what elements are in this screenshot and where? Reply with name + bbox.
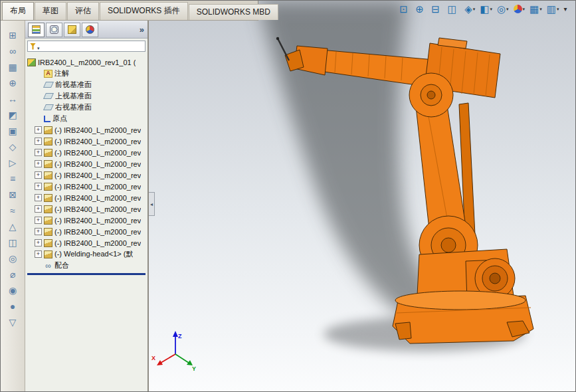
- view-tool-button[interactable]: ◈: [464, 4, 475, 14]
- assembly-tool-button[interactable]: ◎: [4, 252, 21, 265]
- tree-item-icon: [44, 149, 52, 157]
- expand-plus-icon[interactable]: [35, 250, 42, 258]
- view-tool-button[interactable]: ▾: [563, 6, 570, 13]
- assembly-tool-button[interactable]: ∞: [4, 45, 21, 58]
- chevron-down-icon[interactable]: [523, 7, 526, 11]
- expand-plus-icon[interactable]: [35, 183, 42, 190]
- chevron-down-icon[interactable]: [506, 7, 509, 11]
- command-tab[interactable]: SOLIDWORKS MBD: [189, 4, 278, 20]
- tree-item[interactable]: (-) IRB2400_L_m2000_rev: [25, 215, 147, 226]
- view-tool-button[interactable]: ⊡: [399, 4, 411, 14]
- tree-item-icon: [44, 205, 52, 213]
- tree-item-label: IRB2400_L_m2000_rev1_01 (: [38, 58, 136, 66]
- expand-plus-icon[interactable]: [35, 138, 42, 145]
- expand-plus-icon[interactable]: [35, 171, 42, 179]
- panel-tabbar: »: [25, 21, 147, 39]
- assembly-tool-button[interactable]: ⌀: [4, 268, 21, 281]
- expand-plus-icon[interactable]: [35, 194, 42, 201]
- view-tool-button[interactable]: ◫: [447, 4, 460, 14]
- view-tool-button[interactable]: ▥: [547, 4, 559, 14]
- command-tab[interactable]: 评估: [67, 2, 99, 20]
- tree-item[interactable]: (-) IRB2400_L_m2000_rev: [25, 237, 147, 248]
- tree-item[interactable]: (-) IRB2400_L_m2000_rev: [25, 158, 147, 169]
- expand-plus-icon[interactable]: [35, 205, 42, 213]
- tree-item[interactable]: (-) IRB2400_L_m2000_rev: [25, 169, 147, 181]
- assembly-tool-button[interactable]: ◇: [4, 140, 21, 153]
- tree-item[interactable]: (-) IRB2400_L_m2000_rev: [25, 192, 147, 203]
- assembly-tool-button[interactable]: ▷: [4, 156, 21, 169]
- view-tool-button[interactable]: ⊕: [415, 4, 427, 14]
- expand-plus-icon[interactable]: [35, 126, 42, 134]
- chevron-down-icon[interactable]: [490, 7, 492, 11]
- view-tool-button[interactable]: ●: [514, 5, 526, 13]
- filter-input[interactable]: [41, 42, 143, 51]
- tree-item[interactable]: 前视基准面: [25, 79, 147, 90]
- assembly-tool-button[interactable]: ⊠: [4, 188, 21, 201]
- panel-tab-icon: [50, 25, 58, 34]
- panel-tab-group: [28, 23, 98, 37]
- tree-item[interactable]: 原点: [25, 113, 147, 124]
- tree-item-label: 右视基准面: [55, 102, 92, 112]
- filter-box[interactable]: [27, 41, 145, 52]
- panel-more-button[interactable]: »: [140, 25, 144, 35]
- assembly-tool-button[interactable]: ≡: [4, 172, 21, 185]
- assembly-tool-icon: ▷: [9, 158, 17, 167]
- tree-item[interactable]: 注解: [25, 68, 147, 79]
- tree-item[interactable]: 配合: [25, 260, 147, 271]
- command-tab[interactable]: 草图: [35, 2, 66, 20]
- assembly-tool-icon: ▦: [8, 62, 17, 72]
- triad-z-label: Z: [178, 333, 182, 340]
- tree-item-icon: [44, 171, 52, 179]
- command-tab[interactable]: SOLIDWORKS 插件: [100, 2, 188, 20]
- assembly-tool-button[interactable]: ▽: [4, 316, 21, 329]
- panel-collapse-arrow[interactable]: [149, 192, 155, 216]
- tree-item[interactable]: (-) IRB2400_L_m2000_rev: [25, 147, 147, 158]
- panel-tab[interactable]: [28, 23, 45, 37]
- expand-plus-icon[interactable]: [35, 217, 42, 224]
- tree-item[interactable]: 上视基准面: [25, 90, 147, 102]
- panel-tab[interactable]: [46, 23, 62, 37]
- tree-item[interactable]: (-) IRB2400_L_m2000_rev: [25, 226, 147, 237]
- tree-item[interactable]: (-) IRB2400_L_m2000_rev: [25, 181, 147, 192]
- tree-item[interactable]: (-) IRB2400_L_m2000_rev: [25, 136, 147, 147]
- tree-item-icon: [43, 104, 54, 110]
- panel-tab[interactable]: [82, 23, 98, 37]
- view-tool-button[interactable]: ◎: [497, 4, 509, 14]
- assembly-tool-button[interactable]: ▦: [4, 60, 21, 74]
- expand-plus-icon[interactable]: [35, 160, 42, 167]
- tree-item-icon: [44, 194, 52, 202]
- view-tool-button[interactable]: ◧: [480, 4, 492, 14]
- tree-item[interactable]: 右视基准面: [25, 102, 147, 113]
- expand-plus-icon[interactable]: [35, 149, 42, 156]
- expand-plus-icon[interactable]: [35, 228, 42, 235]
- tree-item-label: (-) IRB2400_L_m2000_rev: [54, 126, 141, 134]
- chevron-down-icon[interactable]: [539, 7, 542, 11]
- expand-plus-icon[interactable]: [35, 239, 42, 246]
- assembly-tool-button[interactable]: ◩: [4, 108, 21, 122]
- view-tool-icon: ▦: [529, 4, 539, 14]
- assembly-tool-button[interactable]: ↔: [4, 92, 21, 106]
- rollback-bar[interactable]: [27, 273, 145, 275]
- view-tool-icon: ▾: [563, 6, 567, 13]
- tree-item-label: (-) IRB2400_L_m2000_rev: [54, 138, 141, 146]
- tree-item[interactable]: (-) IRB2400_L_m2000_rev: [25, 203, 147, 215]
- tree-item[interactable]: IRB2400_L_m2000_rev1_01 (: [25, 56, 147, 68]
- chevron-down-icon[interactable]: [557, 7, 559, 11]
- view-tool-button[interactable]: ▦: [529, 4, 542, 14]
- tree-item[interactable]: (-) IRB2400_L_m2000_rev: [25, 124, 147, 136]
- assembly-tool-button[interactable]: ◉: [4, 284, 21, 297]
- filter-caret-icon[interactable]: [37, 41, 40, 52]
- tree-item[interactable]: (-) Welding-head<1> (默: [25, 248, 147, 260]
- assembly-tool-button[interactable]: ●: [4, 300, 21, 313]
- assembly-tool-button[interactable]: ⊞: [4, 29, 21, 42]
- assembly-tool-button[interactable]: ◫: [4, 236, 21, 249]
- panel-tab[interactable]: [64, 23, 80, 37]
- assembly-tool-icon: ∞: [9, 47, 16, 56]
- chevron-down-icon[interactable]: [473, 7, 476, 11]
- assembly-tool-button[interactable]: △: [4, 220, 21, 233]
- assembly-tool-button[interactable]: ▣: [4, 124, 21, 138]
- view-tool-button[interactable]: ⊟: [431, 4, 442, 14]
- assembly-tool-button[interactable]: ≈: [4, 204, 21, 217]
- command-tab[interactable]: 布局: [2, 2, 34, 20]
- assembly-tool-button[interactable]: ⊕: [4, 76, 21, 90]
